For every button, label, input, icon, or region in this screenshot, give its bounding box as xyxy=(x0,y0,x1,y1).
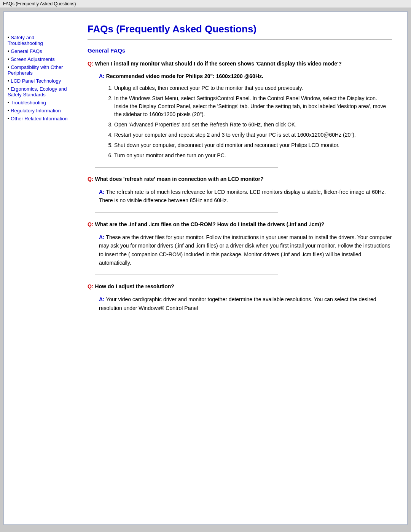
answer-1-block: A: Recommended video mode for Philips 20… xyxy=(99,72,392,160)
a2-text: The refresh rate is of much less relevan… xyxy=(99,189,386,203)
main-content: FAQs (Frequently Asked Questions) Genera… xyxy=(72,12,407,524)
q2-label: Q: xyxy=(88,176,94,182)
a2-label: A: xyxy=(99,189,105,195)
sidebar-item-screen[interactable]: • Screen Adjustments xyxy=(8,56,68,62)
sidebar-item-safety[interactable]: • Safety and Troubleshooting xyxy=(8,35,68,46)
a1-label: A: xyxy=(99,73,105,79)
browser-window: • Safety and Troubleshooting• General FA… xyxy=(0,8,411,532)
sidebar-link-screen[interactable]: Screen Adjustments xyxy=(11,56,55,62)
answer-2: A: The refresh rate is of much less rele… xyxy=(99,188,392,205)
sidebar-item-general-faqs[interactable]: • General FAQs xyxy=(8,48,68,54)
sidebar-link-safety[interactable]: Safety and Troubleshooting xyxy=(8,35,43,46)
question-2: Q: What does 'refresh rate' mean in conn… xyxy=(88,175,392,183)
q3-label: Q: xyxy=(88,221,94,227)
sidebar-item-compatibility[interactable]: • Compatibility with Other Peripherals xyxy=(8,64,68,76)
title-bar-text: FAQs (Frequently Asked Questions) xyxy=(3,1,76,6)
sidebar-link-lcd[interactable]: LCD Panel Technology xyxy=(11,78,61,84)
page-title: FAQs (Frequently Asked Questions) xyxy=(88,23,392,35)
answer-1-steps: Unplug all cables, then connect your PC … xyxy=(114,84,392,160)
content-area: • Safety and Troubleshooting• General FA… xyxy=(3,11,408,525)
sidebar-item-other[interactable]: • Other Related Information xyxy=(8,116,68,121)
sidebar-item-regulatory[interactable]: • Regulatory Information xyxy=(8,108,68,113)
answer-4: A: Your video card/graphic driver and mo… xyxy=(99,295,392,312)
answer-3: A: These are the driver files for your m… xyxy=(99,233,392,267)
a1-step-6: Turn on your monitor and then turn on yo… xyxy=(114,152,392,160)
answer-1-intro: A: Recommended video mode for Philips 20… xyxy=(99,72,392,80)
sidebar: • Safety and Troubleshooting• General FA… xyxy=(4,12,72,524)
a3-label: A: xyxy=(99,234,105,240)
question-3: Q: What are the .inf and .icm files on t… xyxy=(88,220,392,228)
a1-intro-text: Recommended video mode for Philips 20": … xyxy=(106,73,263,79)
question-1: Q: When I install my monitor what should… xyxy=(88,60,392,68)
a4-label: A: xyxy=(99,296,105,302)
title-divider xyxy=(88,39,392,40)
q1-text: When I install my monitor what should I … xyxy=(95,61,341,67)
q4-text: How do I adjust the resolution? xyxy=(95,283,174,289)
title-bar: FAQs (Frequently Asked Questions) xyxy=(0,0,411,8)
section-heading: General FAQs xyxy=(88,47,392,54)
a1-step-5: Shut down your computer, disconnect your… xyxy=(114,141,392,149)
sidebar-link-compatibility[interactable]: Compatibility with Other Peripherals xyxy=(8,64,63,76)
sidebar-link-general-faqs[interactable]: General FAQs xyxy=(11,48,42,54)
section-divider-2 xyxy=(95,212,278,213)
sidebar-item-ergonomics[interactable]: • Ergonomics, Ecology and Safety Standar… xyxy=(8,86,68,97)
sidebar-link-ergonomics[interactable]: Ergonomics, Ecology and Safety Standards xyxy=(8,86,67,97)
section-divider-3 xyxy=(95,275,278,275)
a1-step-4: Restart your computer and repeat step 2 … xyxy=(114,131,392,139)
sidebar-item-troubleshooting[interactable]: • Troubleshooting xyxy=(8,100,68,105)
q1-label: Q: xyxy=(88,61,94,67)
q2-text: What does 'refresh rate' mean in connect… xyxy=(95,176,263,182)
sidebar-item-lcd[interactable]: • LCD Panel Technology xyxy=(8,78,68,84)
a1-step-2: In the Windows Start Menu, select Settin… xyxy=(114,94,392,118)
q4-label: Q: xyxy=(88,283,94,289)
a1-step-3: Open 'Advanced Properties' and set the R… xyxy=(114,121,392,129)
section-divider-1 xyxy=(95,167,278,168)
a3-text: These are the driver files for your moni… xyxy=(99,234,392,266)
sidebar-link-other[interactable]: Other Related Information xyxy=(11,116,68,121)
q3-text: What are the .inf and .icm files on the … xyxy=(95,221,324,227)
a4-text: Your video card/graphic driver and monit… xyxy=(99,296,376,311)
sidebar-link-troubleshooting[interactable]: Troubleshooting xyxy=(11,100,46,105)
sidebar-link-regulatory[interactable]: Regulatory Information xyxy=(11,108,61,113)
a1-step-1: Unplug all cables, then connect your PC … xyxy=(114,84,392,92)
question-4: Q: How do I adjust the resolution? xyxy=(88,283,392,291)
